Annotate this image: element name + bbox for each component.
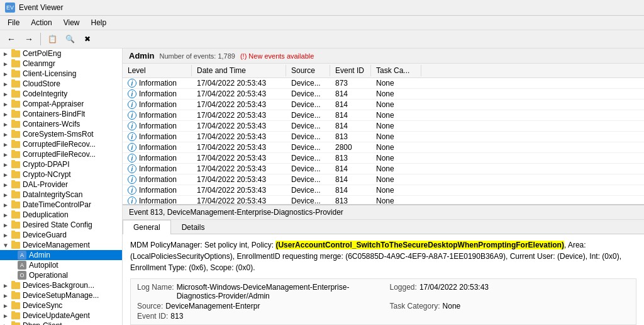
cell-eventid: 814: [330, 164, 371, 174]
cell-taskcat: None: [371, 132, 421, 142]
sidebar-label: Crypto-NCrypt: [23, 170, 71, 179]
table-row[interactable]: i Information 17/04/2022 20:53:43 Device…: [123, 100, 644, 110]
detail-row-logged: Logged: 17/04/2022 20:53:43: [390, 283, 630, 300]
expand-arrow: ►: [3, 101, 11, 108]
folder-icon: [11, 91, 20, 98]
menu-view[interactable]: View: [58, 17, 85, 28]
new-events-badge: (!) New events available: [240, 52, 314, 60]
folder-icon: [11, 222, 20, 229]
table-row[interactable]: i Information 17/04/2022 20:53:43 Device…: [123, 185, 644, 196]
sidebar-item-deviceguard[interactable]: ► DeviceGuard: [0, 230, 122, 240]
toolbar: ← → 📋 🔍 ✖: [0, 30, 644, 48]
sidebar-item-dataintegrityscan[interactable]: ► DataIntegrityScan: [0, 190, 122, 200]
sidebar-item-dhcp-client[interactable]: ► Dhcp-Client: [0, 321, 122, 325]
toolbar-action2[interactable]: 🔍: [62, 31, 77, 47]
sidebar-item-autopilot[interactable]: A Autopilot: [0, 260, 122, 270]
sidebar-item-crypto-dpapi[interactable]: ► Crypto-DPAPI: [0, 159, 122, 169]
cell-taskcat: None: [371, 78, 421, 88]
sidebar-label: DeviceGuard: [23, 231, 67, 239]
sidebar-item-operational[interactable]: O Operational: [0, 270, 122, 280]
sidebar-item-dal-provider[interactable]: ► DAL-Provider: [0, 180, 122, 190]
sidebar-item-admin[interactable]: A Admin: [0, 250, 122, 260]
tab-details[interactable]: Details: [171, 220, 216, 234]
cell-taskcat: None: [371, 142, 421, 152]
sidebar-item-devicesync[interactable]: ► DeviceSync: [0, 300, 122, 311]
cell-level: i Information: [123, 110, 192, 120]
table-row[interactable]: i Information 17/04/2022 20:53:43 Device…: [123, 196, 644, 204]
sidebar-item-crypto-ncrypt[interactable]: ► Crypto-NCrypt: [0, 169, 122, 180]
sidebar-item-devicesetupmana[interactable]: ► DeviceSetupManage...: [0, 290, 122, 300]
sidebar-item-cleanmgr[interactable]: ► Cleanmgr: [0, 59, 122, 69]
sidebar-item-corruptedfilerecov2[interactable]: ► CorruptedFileRecov...: [0, 149, 122, 159]
expand-arrow: ►: [3, 121, 11, 128]
table-row[interactable]: i Information 17/04/2022 20:53:43 Device…: [123, 110, 644, 121]
cell-level: i Information: [123, 78, 192, 88]
sidebar-label: DataIntegrityScan: [23, 190, 82, 199]
cell-datetime: 17/04/2022 20:53:43: [192, 174, 286, 185]
table-row[interactable]: i Information 17/04/2022 20:53:43 Device…: [123, 153, 644, 164]
folder-icon: [11, 50, 20, 57]
toolbar-back[interactable]: ←: [4, 31, 19, 47]
folder-icon: [11, 181, 20, 188]
cell-datetime: 17/04/2022 20:53:43: [192, 153, 286, 163]
table-row[interactable]: i Information 17/04/2022 20:53:43 Device…: [123, 132, 644, 142]
cell-source: Device...: [286, 110, 330, 120]
sidebar-item-deviceupdateagent[interactable]: ► DeviceUpdateAgent: [0, 311, 122, 321]
cell-datetime: 17/04/2022 20:53:43: [192, 100, 286, 110]
sidebar-item-deduplication[interactable]: ► Deduplication: [0, 210, 122, 220]
folder-icon: [11, 232, 20, 239]
cell-level: i Information: [123, 142, 192, 152]
sidebar-item-datetimecontrolpar[interactable]: ► DateTimeControlPar: [0, 200, 122, 210]
sidebar-item-devices-backgroun[interactable]: ► Devices-Backgroun...: [0, 280, 122, 290]
sidebar-item-compat-appraiser[interactable]: ► Compat-Appraiser: [0, 99, 122, 109]
col-header-eventid[interactable]: Event ID: [330, 65, 371, 76]
sidebar-item-codeintegrity[interactable]: ► CodeIntegrity: [0, 89, 122, 99]
menu-file[interactable]: File: [3, 17, 25, 28]
toolbar-forward[interactable]: →: [21, 31, 36, 47]
cell-level: i Information: [123, 100, 192, 110]
toolbar-action1[interactable]: 📋: [45, 31, 60, 47]
sidebar-item-coresystem[interactable]: ► CoreSystem-SmsRot: [0, 129, 122, 139]
table-row[interactable]: i Information 17/04/2022 20:53:43 Device…: [123, 78, 644, 89]
logged-label: Logged:: [390, 283, 417, 300]
sidebar-item-client-licensing[interactable]: ► Client-Licensing: [0, 69, 122, 79]
cell-source: Device...: [286, 78, 330, 88]
cell-level: i Information: [123, 185, 192, 195]
sidebar-label: DAL-Provider: [23, 180, 68, 189]
table-row[interactable]: i Information 17/04/2022 20:53:43 Device…: [123, 121, 644, 132]
table-row[interactable]: i Information 17/04/2022 20:53:43 Device…: [123, 174, 644, 185]
sidebar-item-containers-wcifs[interactable]: ► Containers-Wcifs: [0, 119, 122, 129]
detail-content: MDM PolicyManager: Set policy int, Polic…: [123, 234, 644, 325]
sidebar-label: CorruptedFileRecov...: [23, 140, 96, 149]
menu-help[interactable]: Help: [86, 17, 112, 28]
cell-taskcat: None: [371, 110, 421, 120]
level-text: Information: [139, 154, 177, 162]
sidebar-item-desiredstateconfig[interactable]: ► Desired State Config: [0, 220, 122, 230]
sidebar-label: Deduplication: [23, 210, 69, 219]
table-row[interactable]: i Information 17/04/2022 20:53:43 Device…: [123, 89, 644, 100]
sidebar-item-certpoleng[interactable]: ► CertPolEng: [0, 48, 122, 59]
sidebar-item-corruptedfilerecov1[interactable]: ► CorruptedFileRecov...: [0, 139, 122, 149]
sidebar-item-containers-bindfit[interactable]: ► Containers-BindFlt: [0, 109, 122, 119]
col-header-source[interactable]: Source: [286, 65, 330, 76]
toolbar-action3[interactable]: ✖: [80, 31, 95, 47]
sidebar-label: Cleanmgr: [23, 59, 55, 68]
sidebar-item-cloudstore[interactable]: ► CloudStore: [0, 79, 122, 89]
menu-action[interactable]: Action: [26, 17, 57, 28]
highlight-policy: (UserAccountControl_SwitchToTheSecureDes…: [275, 241, 564, 249]
col-header-datetime[interactable]: Date and Time: [192, 65, 286, 76]
col-header-taskcat[interactable]: Task Ca...: [371, 65, 421, 76]
cell-taskcat: None: [371, 89, 421, 99]
expand-arrow: ►: [3, 91, 11, 98]
col-header-level[interactable]: Level: [123, 65, 192, 76]
table-row[interactable]: i Information 17/04/2022 20:53:43 Device…: [123, 164, 644, 174]
tab-general[interactable]: General: [123, 220, 171, 234]
cell-datetime: 17/04/2022 20:53:43: [192, 121, 286, 131]
sidebar-item-devicemanagement[interactable]: ▼ DeviceManagement: [0, 240, 122, 250]
sidebar-label: Admin: [29, 251, 50, 259]
table-row[interactable]: i Information 17/04/2022 20:53:43 Device…: [123, 142, 644, 153]
folder-icon: [11, 322, 20, 326]
logname-value: Microsoft-Windows-DeviceManagement-Enter…: [177, 283, 377, 300]
cell-source: Device...: [286, 100, 330, 110]
cell-level: i Information: [123, 196, 192, 204]
